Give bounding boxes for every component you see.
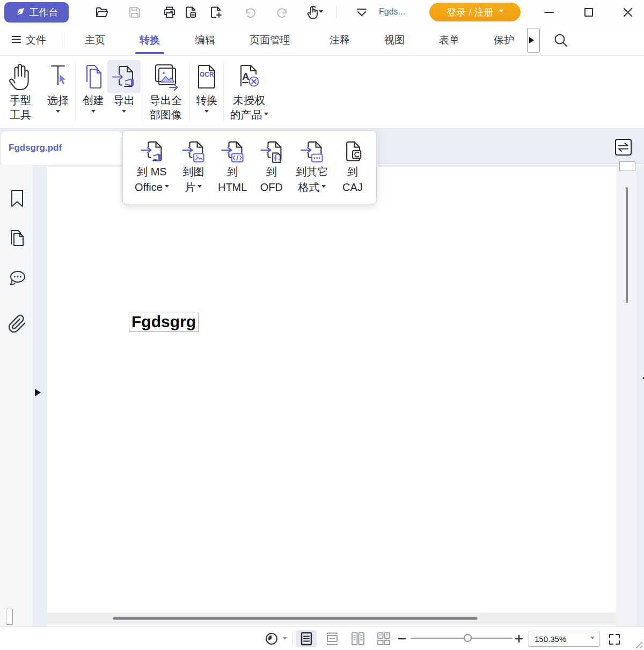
vertical-scrollbar-thumb[interactable] (626, 187, 628, 303)
zoom-level-value: 150.35% (529, 634, 590, 644)
bookmarks-panel-button[interactable] (7, 188, 27, 209)
single-page-view-button[interactable] (296, 630, 317, 647)
open-file-button[interactable] (94, 5, 109, 20)
zoom-slider-handle[interactable] (464, 634, 472, 642)
two-page-continuous-view-button[interactable] (374, 630, 394, 647)
menu-page-management[interactable]: 页面管理 (250, 25, 290, 55)
minimize-button[interactable] (541, 4, 557, 20)
left-sidebar (0, 165, 33, 626)
touch-mode-caret-icon (319, 10, 323, 15)
hand-icon (8, 60, 33, 93)
workspace-label: 工作台 (30, 6, 58, 19)
menu-overflow-button[interactable] (527, 28, 540, 53)
to-image-icon (181, 137, 205, 164)
hand-tool-button[interactable]: 手型 工具 (4, 60, 36, 122)
text-select-icon (46, 60, 70, 93)
ribbon-divider (189, 63, 189, 121)
reading-mode-caret-icon[interactable] (283, 637, 287, 642)
page-thumbnails-button[interactable] (7, 228, 27, 248)
zoom-in-button[interactable] (514, 634, 524, 644)
tab-fgdsgrg-pdf[interactable]: Fgdsgrg.pdf (1, 131, 122, 164)
reading-mode-button[interactable] (264, 631, 279, 646)
export-to-other-formats-button[interactable]: 到其它 格式 (296, 137, 328, 195)
pdf-editor-window: 工作台 Fgds... 登录 (0, 0, 644, 650)
expand-left-panel-handle[interactable] (35, 389, 45, 396)
export-all-images-button[interactable]: 导出全 部图像 (145, 60, 187, 122)
comments-panel-button[interactable] (7, 269, 27, 289)
export-to-ms-office-button[interactable]: 到 MS Office (135, 137, 169, 195)
titlebar: 工作台 Fgds... 登录 (0, 0, 644, 25)
horizontal-scrollbar-thumb[interactable] (113, 617, 478, 620)
menu-form[interactable]: 表单 (439, 25, 459, 55)
menu-file[interactable]: 文件 (12, 25, 46, 55)
ocr-icon-text: OCR (200, 71, 214, 78)
export-dropdown-panel: 到 MS Office 到图 片 (122, 130, 377, 204)
unauthorized-document-icon: A (237, 60, 261, 93)
workspace-button[interactable]: 工作台 (4, 2, 69, 23)
export-to-ofd-button[interactable]: 到 OFD (260, 137, 283, 195)
search-icon[interactable] (553, 32, 569, 50)
to-ofd-icon (260, 137, 283, 164)
menu-home[interactable]: 主页 (85, 25, 105, 55)
pdf-page[interactable]: Fgdsgrg (47, 167, 616, 626)
document-minus-button[interactable] (183, 5, 198, 20)
unauthorized-icon-text: A (242, 71, 250, 82)
document-add-button[interactable] (208, 5, 223, 20)
selected-text-block[interactable]: Fgdsgrg (129, 313, 199, 332)
menu-view[interactable]: 视图 (384, 25, 405, 55)
menu-file-label: 文件 (26, 33, 46, 47)
unauthorized-products-button[interactable]: A 未授权 的产品 (226, 60, 272, 122)
menu-protect[interactable]: 保护 (494, 25, 514, 55)
to-caj-icon (341, 137, 364, 164)
office-label-line2: Office (135, 180, 163, 195)
zoom-level-select[interactable]: 150.35% (529, 631, 599, 647)
ocr-document-icon: OCR (195, 60, 218, 93)
close-button[interactable] (620, 4, 636, 20)
touch-mode-button[interactable] (304, 5, 325, 20)
window-doc-title: Fgds... (379, 7, 405, 17)
save-button[interactable] (127, 5, 142, 20)
maximize-button[interactable] (581, 4, 597, 20)
undo-button[interactable] (243, 5, 258, 20)
zoom-out-button[interactable] (397, 634, 407, 644)
login-register-button[interactable]: 登录 / 注册 (429, 3, 521, 21)
menu-edit[interactable]: 编辑 (195, 25, 215, 55)
export-to-image-button[interactable]: 到图 片 (181, 137, 205, 195)
arrow-right-icon (35, 389, 45, 396)
menubar: 文件 主页 转换 编辑 页面管理 注释 视图 表单 保护 (0, 25, 644, 56)
to-html-icon (221, 137, 244, 164)
ocr-convert-button[interactable]: OCR 转换 (192, 60, 221, 115)
fullscreen-button[interactable] (606, 631, 623, 647)
collapse-toolbar-icon[interactable] (354, 5, 369, 20)
create-caret-icon (91, 110, 96, 115)
export-icon (107, 60, 141, 93)
login-label: 登录 / 注册 (447, 6, 493, 19)
redo-button[interactable] (275, 5, 290, 20)
menu-comment[interactable]: 注释 (330, 25, 350, 55)
expand-right-panel-handle[interactable] (637, 373, 644, 383)
vertical-scrollbar[interactable] (616, 165, 636, 626)
select-tool-button[interactable]: 选择 (41, 60, 75, 115)
two-page-view-button[interactable] (348, 630, 368, 647)
export-to-caj-button[interactable]: 到 CAJ (341, 137, 364, 195)
create-pdf-button[interactable]: 创建 (78, 60, 108, 115)
ribbon-toolbar: 手型 工具 选择 创建 导出 (0, 56, 644, 129)
resize-grip-icon[interactable] (635, 641, 643, 649)
other-formats-label-line2: 格式 (298, 180, 319, 195)
continuous-view-button[interactable] (322, 630, 342, 647)
export-button[interactable]: 导出 (109, 60, 139, 115)
corner-scroll-thumb[interactable] (6, 609, 13, 625)
export-to-html-button[interactable]: 到 HTML (218, 137, 247, 195)
image-label-line2: 片 (185, 180, 195, 195)
print-button[interactable] (162, 5, 177, 20)
horizontal-scrollbar[interactable] (47, 612, 616, 625)
attachments-panel-button[interactable] (7, 314, 27, 334)
titlebar-divider (336, 6, 337, 19)
pen-nib-icon (15, 6, 26, 19)
tab-switcher-button[interactable] (615, 139, 632, 156)
zoom-slider-track[interactable] (411, 638, 513, 639)
ribbon-divider (223, 63, 224, 121)
zoom-caret-icon (590, 637, 595, 641)
menu-convert[interactable]: 转换 (140, 25, 160, 55)
scrollbar-corner-box (619, 161, 635, 171)
